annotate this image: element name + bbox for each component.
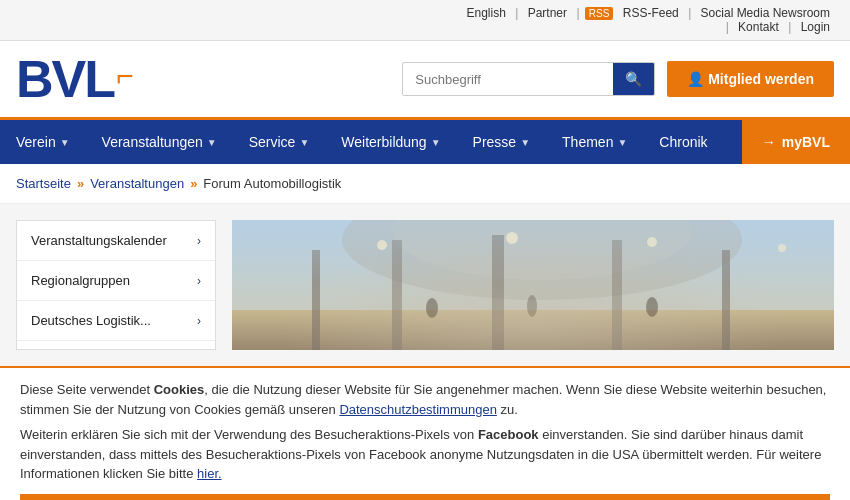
logo[interactable]: BVL ⌐ — [16, 53, 134, 105]
link-partner[interactable]: Partner — [528, 6, 567, 20]
breadcrumb-arrow-1: » — [77, 176, 84, 191]
link-kontakt[interactable]: Kontakt — [738, 20, 779, 34]
breadcrumb-veranstaltungen[interactable]: Veranstaltungen — [90, 176, 184, 191]
top-bar: English | Partner | RSS RSS-Feed | Socia… — [0, 0, 850, 41]
header: BVL ⌐ 🔍 👤 Mitglied werden — [0, 41, 850, 120]
sidebar-item-deutsches-logistik[interactable]: Deutsches Logistik... › — [17, 301, 215, 341]
nav-spacer — [724, 120, 742, 164]
sep3: | — [688, 6, 691, 20]
arrow-right-icon: › — [197, 274, 201, 288]
chevron-down-icon: ▼ — [431, 137, 441, 148]
nav-verein[interactable]: Verein ▼ — [0, 120, 86, 164]
image-overlay — [232, 220, 834, 350]
nav-service[interactable]: Service ▼ — [233, 120, 326, 164]
sidebar-item-regionalgruppen[interactable]: Regionalgruppen › — [17, 261, 215, 301]
login-icon: → — [762, 134, 776, 150]
sep5: | — [788, 20, 791, 34]
hero-image — [232, 220, 834, 350]
logo-text: BVL — [16, 53, 114, 105]
mitglied-button[interactable]: 👤 Mitglied werden — [667, 61, 834, 97]
main-content: Veranstaltungskalender › Regionalgruppen… — [0, 204, 850, 366]
link-social-media[interactable]: Social Media Newsroom — [701, 6, 830, 20]
logo-accent: ⌐ — [116, 61, 134, 91]
cookies-bold: Cookies — [154, 382, 205, 397]
hier-link[interactable]: hier. — [197, 466, 222, 481]
chevron-down-icon: ▼ — [299, 137, 309, 148]
breadcrumb-startseite[interactable]: Startseite — [16, 176, 71, 191]
nav-weiterbildung[interactable]: Weiterbildung ▼ — [325, 120, 456, 164]
link-login[interactable]: Login — [801, 20, 830, 34]
mybvl-button[interactable]: → myBVL — [742, 120, 850, 164]
cookie-text-2: Weiterin erklären Sie sich mit der Verwe… — [20, 425, 830, 484]
chevron-down-icon: ▼ — [520, 137, 530, 148]
nav-themen[interactable]: Themen ▼ — [546, 120, 643, 164]
nav-chronik[interactable]: Chronik — [643, 120, 723, 164]
cookie-text-1: Diese Seite verwendet Cookies, die die N… — [20, 380, 830, 419]
sep4: | — [726, 20, 729, 34]
cookie-ok-bar[interactable]: OK — [20, 494, 830, 501]
mitglied-label: Mitglied werden — [708, 71, 814, 87]
breadcrumb: Startseite » Veranstaltungen » Forum Aut… — [0, 164, 850, 204]
search-box: 🔍 — [402, 62, 655, 96]
breadcrumb-current: Forum Automobillogistik — [203, 176, 341, 191]
link-rss[interactable]: RSS-Feed — [623, 6, 679, 20]
nav-presse[interactable]: Presse ▼ — [457, 120, 546, 164]
nav-bar: Verein ▼ Veranstaltungen ▼ Service ▼ Wei… — [0, 120, 850, 164]
sidebar-item-veranstaltungskalender[interactable]: Veranstaltungskalender › — [17, 221, 215, 261]
rss-icon: RSS — [585, 7, 614, 20]
sidebar: Veranstaltungskalender › Regionalgruppen… — [16, 220, 216, 350]
search-input[interactable] — [403, 64, 613, 95]
chevron-down-icon: ▼ — [207, 137, 217, 148]
sep1: | — [515, 6, 518, 20]
datenschutz-link[interactable]: Datenschutzbestimmungen — [339, 402, 497, 417]
user-icon: 👤 — [687, 71, 704, 87]
mybvl-label: myBVL — [782, 134, 830, 150]
sep2: | — [576, 6, 579, 20]
content-image-area — [232, 220, 834, 350]
link-english[interactable]: English — [467, 6, 506, 20]
arrow-right-icon: › — [197, 234, 201, 248]
facebook-bold: Facebook — [478, 427, 539, 442]
breadcrumb-arrow-2: » — [190, 176, 197, 191]
header-right: 🔍 👤 Mitglied werden — [402, 61, 834, 97]
nav-veranstaltungen[interactable]: Veranstaltungen ▼ — [86, 120, 233, 164]
cookie-banner: Diese Seite verwendet Cookies, die die N… — [0, 366, 850, 500]
search-button[interactable]: 🔍 — [613, 63, 654, 95]
chevron-down-icon: ▼ — [617, 137, 627, 148]
arrow-right-icon: › — [197, 314, 201, 328]
chevron-down-icon: ▼ — [60, 137, 70, 148]
